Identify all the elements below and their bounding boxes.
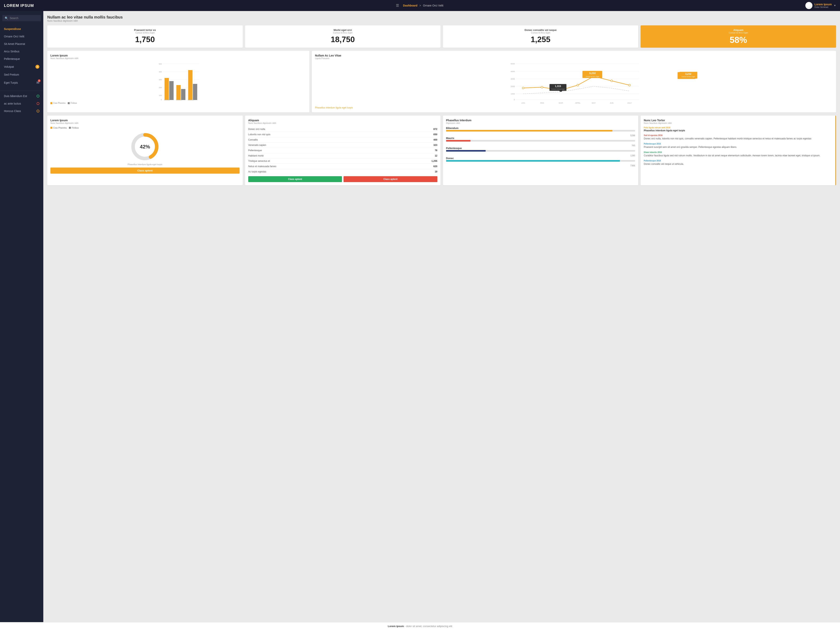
charts-row: Lorem Ipsum Nunc faucibus dignissim nibh…	[47, 51, 836, 112]
svg-text:0: 0	[161, 99, 162, 101]
line-chart-area: 5000 4000 3000 2000 1000 0 JAN FEB MAR A…	[315, 62, 833, 105]
svg-text:03/2016: 03/2016	[188, 99, 194, 101]
svg-rect-12	[169, 81, 174, 100]
bar-chart-card: Lorem Ipsum Nunc faucibus dignissim nibh…	[47, 51, 309, 112]
stat-card-0: Praesent tortor ex Cursus Id Arcu Eget 1…	[47, 25, 243, 47]
list-chart-card: Aliquam Nunc faucibus dignissim nibh Don…	[245, 115, 441, 185]
stat-card-1: Morbi eget orci Cursus Id Arcu Eget 18,7…	[245, 25, 441, 47]
progress-item-3: Donec 7366	[446, 157, 635, 167]
progress-fill	[446, 160, 620, 162]
progress-fill	[446, 130, 613, 131]
sidebar: 🔍 Search Suspendisse Ornare Orci Velit S…	[0, 11, 43, 622]
list-item: Habitant morbi 12	[248, 153, 437, 158]
progress-fill	[446, 150, 486, 152]
sidebar-item-pellentesque[interactable]: Pellentesque	[0, 55, 43, 63]
bar-chart-area: 500 400 300 200 100 0	[51, 62, 306, 101]
progress-chart-card: Phasellus Interdum Dignissim nibh Bibend…	[443, 115, 638, 185]
news-item-4: Pellentesque 2016 Donec convallis vel ne…	[644, 159, 833, 166]
progress-track	[446, 160, 635, 162]
progress-item-2: Pellentesque 1285	[446, 147, 635, 157]
svg-text:400: 400	[159, 71, 162, 73]
svg-point-39	[522, 87, 524, 89]
bottom-row: Lorem Ipsum Nunc faucibus dignissim nibh…	[47, 115, 836, 185]
mail-icon: ✉ 2	[36, 81, 39, 85]
main-layout: 🔍 Search Suspendisse Ornare Orci Velit S…	[0, 11, 840, 622]
news-item-2: Pellentesque 2016 Praesent suscipit sem …	[644, 143, 833, 149]
sidebar-item-sed-pretium[interactable]: Sed Pretium	[0, 71, 43, 78]
user-info: Lorem Ipsum Dolor Sit Amet	[815, 3, 832, 8]
svg-text:5000: 5000	[511, 63, 515, 65]
list-btn-red[interactable]: Class aptent	[344, 176, 437, 182]
news-right-bar	[835, 115, 836, 185]
search-box[interactable]: 🔍 Search	[2, 15, 41, 21]
donut-chart-card: Lorem Ipsum Nunc faucibus dignissim nibh…	[47, 115, 243, 185]
sidebar-item-ornare[interactable]: Ornare Orci Velit	[0, 33, 43, 40]
svg-rect-14	[181, 89, 185, 100]
news-item-1: Sed id egestas 2016 Donec orci nulla, lo…	[644, 134, 833, 141]
page-subtitle: Nunc faucibus dignissim nibh	[47, 19, 836, 22]
svg-text:JAN: JAN	[521, 102, 525, 104]
svg-text:JULY: JULY	[627, 102, 632, 104]
svg-text:APRIL: APRIL	[575, 102, 581, 104]
svg-text:4000: 4000	[511, 70, 515, 73]
list-buttons: Class aptent Class aptent	[248, 176, 437, 182]
svg-rect-15	[188, 70, 193, 100]
list-btn-green[interactable]: Class aptent	[248, 176, 342, 182]
svg-text:2000: 2000	[511, 85, 515, 87]
user-name: Lorem Ipsum	[815, 3, 832, 6]
svg-text:Cursus Id Arcu Eget: Cursus Id Arcu Eget	[586, 76, 599, 77]
list-item: Venenatis sapien 323	[248, 142, 437, 148]
sidebar-item-suspendisse[interactable]: Suspendisse	[0, 25, 43, 33]
news-item-3: Etiam lobortis 2016 Curabitur faucibus l…	[644, 151, 833, 157]
logo: LOREM IPSUM	[4, 3, 34, 8]
progress-track	[446, 140, 635, 142]
breadcrumb-dashboard[interactable]: Dashboard	[403, 4, 417, 7]
legend-dot-orange	[51, 127, 52, 129]
sidebar-item-volutpat[interactable]: Volutpat 4	[0, 63, 43, 71]
sidebar-item-ac-ante[interactable]: ac ante luctus	[0, 100, 43, 107]
user-area[interactable]: Lorem Ipsum Dolor Sit Amet ▼	[805, 2, 836, 9]
svg-point-40	[541, 86, 543, 88]
progress-track	[446, 130, 635, 131]
sidebar-item-eget-turpis[interactable]: Eget Turpis ✉ 2	[0, 78, 43, 87]
svg-point-42	[577, 84, 579, 86]
sidebar-item-duis[interactable]: Duis bibendum Est	[0, 92, 43, 100]
svg-text:FEB: FEB	[540, 102, 544, 104]
svg-text:MAY: MAY	[592, 102, 596, 104]
hamburger-icon[interactable]: ☰	[396, 3, 399, 8]
svg-text:Cursus Id Arcu Eget: Cursus Id Arcu Eget	[551, 88, 565, 90]
legend-dot-gray	[69, 127, 71, 129]
svg-text:100: 100	[159, 95, 162, 96]
stat-card-2: Donec convallis vel neque Cursus Id Arcu…	[443, 25, 638, 47]
svg-rect-16	[193, 84, 197, 100]
page-title: Nullam ac leo vitae nulla mollis faucibu…	[47, 15, 836, 19]
list-item: Tristique senectus et 1,255	[248, 158, 437, 164]
chevron-down-icon: ▼	[834, 4, 836, 7]
progress-fill	[446, 140, 471, 142]
bar-chart-svg: 500 400 300 200 100 0	[51, 62, 306, 101]
svg-text:MAR: MAR	[559, 102, 563, 104]
svg-text:01/2016: 01/2016	[164, 99, 170, 101]
donut-value: 42%	[140, 144, 150, 150]
chart-link[interactable]: Phasellus interdum ligula eget turpis	[315, 106, 353, 109]
list-item: Pellentesque 78	[248, 148, 437, 153]
line-chart-card: Nullam Ac Leo Vitae Ligula Posuere 5000 …	[312, 51, 836, 112]
donut-button[interactable]: Class aptent	[51, 167, 240, 174]
svg-text:02/2016: 02/2016	[176, 99, 182, 101]
top-header: LOREM IPSUM ☰ Dashboard > Ornare Orci Ve…	[0, 0, 840, 11]
list-item: Convallis 400	[248, 137, 437, 142]
indicator-green	[36, 95, 39, 98]
svg-text:0: 0	[514, 98, 515, 101]
sidebar-item-sit-amet[interactable]: Sit Amet Placerat	[0, 40, 43, 47]
svg-text:3,232: 3,232	[589, 72, 595, 74]
search-input[interactable]: Search	[9, 17, 18, 20]
sidebar-divider	[0, 90, 43, 91]
list-item: Ac turpis egestas 19	[248, 169, 437, 174]
svg-text:200: 200	[159, 87, 162, 88]
svg-point-45	[628, 84, 630, 86]
sidebar-item-honcus[interactable]: Honcus Class	[0, 107, 43, 115]
sidebar-item-arcu[interactable]: Arcu Sinibus	[0, 47, 43, 55]
progress-track	[446, 150, 635, 152]
footer: Lorem ipsum - dolor sit amet, consectetu…	[0, 622, 840, 630]
list-item: Donec orci nulla 872	[248, 126, 437, 132]
